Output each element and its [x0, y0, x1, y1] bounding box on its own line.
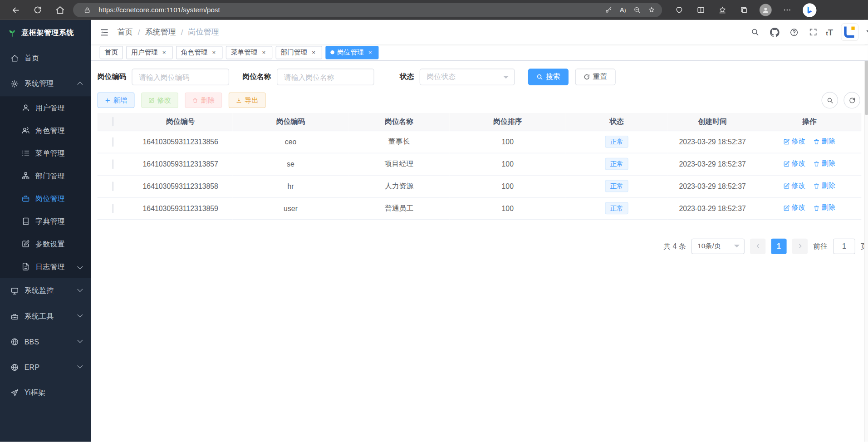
- row-checkbox[interactable]: [113, 159, 113, 169]
- goto-label: 前往: [813, 241, 828, 251]
- favorites-hub-icon[interactable]: [716, 4, 729, 16]
- user-avatar[interactable]: [841, 24, 858, 40]
- row-edit-link[interactable]: 修改: [783, 181, 805, 191]
- tab-close-icon[interactable]: [310, 49, 317, 56]
- row-edit-link[interactable]: 修改: [783, 159, 805, 168]
- sidebar-group-log-management[interactable]: 日志管理: [0, 255, 91, 278]
- table-row[interactable]: 1641030593112313857 se 项目经理 100 正常 2023-…: [98, 153, 862, 175]
- sidebar-item-home[interactable]: 首页: [0, 45, 91, 71]
- sidebar-item-yi-framework[interactable]: Yi框架: [0, 380, 91, 405]
- sidebar-item-department-management[interactable]: 部门管理: [0, 164, 91, 187]
- post-code-input[interactable]: [132, 69, 229, 85]
- edit-button[interactable]: 修改: [141, 93, 178, 108]
- search-button[interactable]: 搜索: [528, 69, 569, 85]
- goto-page-input[interactable]: [833, 238, 855, 254]
- search-icon[interactable]: [748, 25, 761, 39]
- sidebar-group-bbs[interactable]: BBS: [0, 329, 91, 354]
- split-screen-icon[interactable]: [695, 4, 707, 16]
- page-size-select[interactable]: 10条/页: [691, 238, 745, 254]
- breadcrumb: 首页 / 系统管理 / 岗位管理: [118, 27, 219, 37]
- sidebar-item-role-management[interactable]: 角色管理: [0, 119, 91, 142]
- breadcrumb-item-home[interactable]: 首页: [118, 27, 133, 37]
- sidebar-item-dictionary-management[interactable]: 字典管理: [0, 210, 91, 232]
- font-size-icon[interactable]: tT: [826, 27, 833, 37]
- globe-icon: [10, 338, 19, 346]
- breadcrumb-item-system[interactable]: 系统管理: [145, 27, 176, 37]
- sidebar-item-label: BBS: [25, 338, 39, 346]
- cell-post-name: 项目经理: [349, 153, 450, 175]
- select-all-checkbox[interactable]: [113, 117, 113, 127]
- row-checkbox[interactable]: [113, 137, 113, 147]
- url-text[interactable]: https://ccnetcore.com:1101/system/post: [98, 6, 601, 14]
- post-name-input[interactable]: [277, 69, 374, 85]
- sidebar-group-erp[interactable]: ERP: [0, 354, 91, 380]
- app-logo[interactable]: 意框架管理系统: [0, 20, 91, 45]
- list-icon: [22, 149, 30, 157]
- tab-close-icon[interactable]: [367, 49, 374, 56]
- prev-page-button[interactable]: [750, 238, 765, 254]
- chevron-down-icon: [77, 286, 83, 292]
- page-number-1[interactable]: 1: [771, 238, 786, 254]
- lock-icon[interactable]: [80, 4, 94, 16]
- sidebar-item-post-management[interactable]: 岗位管理: [0, 187, 91, 210]
- tab-post-management[interactable]: 岗位管理: [325, 46, 378, 59]
- table-row[interactable]: 1641030593112313856 ceo 董事长 100 正常 2023-…: [98, 131, 862, 153]
- tab-user-management[interactable]: 用户管理: [126, 46, 172, 59]
- browser-profile-avatar[interactable]: [760, 4, 772, 16]
- tab-close-icon[interactable]: [260, 49, 267, 56]
- row-delete-link[interactable]: 删除: [813, 159, 835, 168]
- row-edit-link[interactable]: 修改: [783, 203, 805, 213]
- export-button[interactable]: 导出: [229, 93, 266, 108]
- next-page-button[interactable]: [792, 238, 808, 254]
- menu-collapse-icon[interactable]: [95, 23, 113, 41]
- zoom-out-icon[interactable]: [630, 4, 644, 16]
- sidebar-item-menu-management[interactable]: 菜单管理: [0, 142, 91, 164]
- tab-home[interactable]: 首页: [100, 46, 123, 59]
- book-icon: [22, 217, 30, 225]
- browser-refresh-button[interactable]: [29, 2, 46, 18]
- row-checkbox[interactable]: [113, 203, 113, 213]
- address-bar[interactable]: https://ccnetcore.com:1101/system/post A…: [73, 3, 662, 17]
- sidebar-group-system-monitoring[interactable]: 系统监控: [0, 278, 91, 303]
- browser-essentials-icon[interactable]: [673, 4, 686, 16]
- tab-close-icon[interactable]: [161, 49, 168, 56]
- sidebar-item-user-management[interactable]: 用户管理: [0, 96, 91, 119]
- tab-role-management[interactable]: 角色管理: [176, 46, 222, 59]
- edit-icon: [148, 97, 154, 103]
- collections-icon[interactable]: [738, 4, 750, 16]
- tab-close-icon[interactable]: [211, 49, 218, 56]
- avatar-dropdown-caret-icon[interactable]: [866, 30, 868, 34]
- read-aloud-icon[interactable]: A): [616, 4, 630, 16]
- cell-post-id: 1641030593112313857: [128, 153, 232, 175]
- table-row[interactable]: 1641030593112313859 user 普通员工 100 正常 202…: [98, 197, 862, 219]
- tab-department-management[interactable]: 部门管理: [276, 46, 322, 59]
- reset-button[interactable]: 重置: [575, 69, 616, 85]
- app-frame: 意框架管理系统 首页 系统管理 用户管理: [0, 20, 868, 442]
- vertical-scrollbar[interactable]: [864, 20, 868, 442]
- row-checkbox[interactable]: [113, 182, 113, 191]
- refresh-table-button[interactable]: [843, 92, 860, 109]
- toggle-search-button[interactable]: [821, 92, 838, 109]
- trash-icon: [813, 138, 820, 145]
- fullscreen-icon[interactable]: [807, 25, 820, 39]
- bing-icon[interactable]: [803, 3, 817, 17]
- row-delete-link[interactable]: 删除: [813, 203, 835, 213]
- table-row[interactable]: 1641030593112313858 hr 人力资源 100 正常 2023-…: [98, 175, 862, 197]
- more-options-icon[interactable]: [781, 4, 793, 16]
- browser-home-button[interactable]: [51, 2, 69, 18]
- row-delete-link[interactable]: 删除: [813, 181, 835, 191]
- browser-back-button[interactable]: [7, 2, 25, 18]
- sidebar-item-parameter-settings[interactable]: 参数设置: [0, 232, 91, 255]
- tab-menu-management[interactable]: 菜单管理: [226, 46, 272, 59]
- github-icon[interactable]: [768, 25, 781, 39]
- delete-button[interactable]: 删除: [185, 93, 222, 108]
- row-edit-link[interactable]: 修改: [783, 137, 805, 147]
- add-button[interactable]: 新增: [98, 93, 135, 108]
- help-icon[interactable]: [787, 25, 800, 39]
- status-select[interactable]: 岗位状态: [420, 69, 515, 85]
- sidebar-group-system-management[interactable]: 系统管理: [0, 71, 91, 96]
- add-favorite-star-icon[interactable]: [644, 4, 659, 16]
- sidebar-group-system-tools[interactable]: 系统工具: [0, 304, 91, 329]
- row-delete-link[interactable]: 删除: [813, 137, 835, 147]
- password-key-icon[interactable]: [601, 4, 616, 16]
